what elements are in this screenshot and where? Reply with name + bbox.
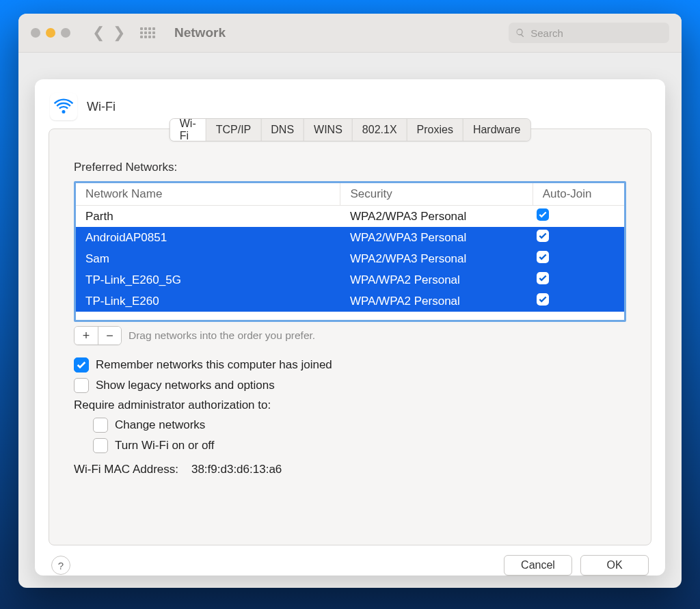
mac-address-row: Wi-Fi MAC Address: 38:f9:d3:d6:13:a6 [74, 463, 626, 476]
tab-hardware[interactable]: Hardware [463, 119, 530, 141]
preferred-networks-label: Preferred Networks: [74, 161, 626, 174]
add-network-button[interactable]: + [75, 327, 98, 344]
sheet-footer: ? Cancel OK [35, 545, 665, 576]
tab-dns[interactable]: DNS [261, 119, 304, 141]
network-security-cell: WPA/WPA2 Personal [340, 290, 533, 312]
search-box[interactable] [509, 23, 669, 43]
network-name-cell: Parth [76, 206, 340, 228]
drag-order-hint: Drag networks into the order you prefer. [129, 329, 315, 342]
traffic-lights [31, 28, 70, 38]
cancel-button[interactable]: Cancel [504, 555, 572, 576]
network-row[interactable]: TP-Link_E260_5GWPA/WPA2 Personal [76, 269, 624, 290]
network-name-cell: TP-Link_E260_5G [76, 269, 340, 290]
table-footer: + − Drag networks into the order you pre… [74, 326, 626, 345]
network-autojoin-cell[interactable] [533, 206, 624, 228]
search-input[interactable] [529, 27, 662, 40]
network-name-cell: TP-Link_E260 [76, 290, 340, 312]
col-auto-join[interactable]: Auto-Join [533, 183, 624, 206]
col-network-name[interactable]: Network Name [76, 183, 340, 206]
change-networks-option[interactable]: Change networks [93, 418, 626, 433]
mac-address-value: 38:f9:d3:d6:13:a6 [191, 463, 282, 476]
network-row[interactable]: ParthWPA2/WPA3 Personal [76, 206, 624, 228]
network-autojoin-cell[interactable] [533, 227, 624, 248]
show-legacy-checkbox[interactable] [74, 378, 89, 393]
autojoin-checkbox[interactable] [537, 230, 549, 242]
autojoin-checkbox[interactable] [537, 272, 549, 284]
help-button[interactable]: ? [51, 556, 70, 575]
tab-wifi[interactable]: Wi-Fi [170, 119, 206, 141]
show-legacy-option[interactable]: Show legacy networks and options [74, 378, 626, 393]
autojoin-checkbox[interactable] [537, 208, 549, 221]
autojoin-checkbox[interactable] [537, 251, 549, 263]
tab-8021x[interactable]: 802.1X [353, 119, 407, 141]
ok-button[interactable]: OK [580, 555, 649, 576]
require-admin-label: Require administrator authorization to: [74, 398, 626, 412]
change-networks-label: Change networks [115, 418, 205, 432]
window-title: Network [174, 25, 226, 40]
close-window-button[interactable] [31, 28, 40, 38]
network-autojoin-cell[interactable] [533, 248, 624, 269]
turn-wifi-checkbox[interactable] [93, 438, 108, 453]
turn-wifi-label: Turn Wi-Fi on or off [115, 439, 214, 452]
network-row[interactable]: AndroidAP0851WPA2/WPA3 Personal [76, 227, 624, 248]
turn-wifi-option[interactable]: Turn Wi-Fi on or off [93, 438, 626, 453]
network-table[interactable]: Network Name Security Auto-Join ParthWPA… [74, 181, 626, 322]
mac-address-label: Wi-Fi MAC Address: [74, 463, 178, 476]
network-security-cell: WPA/WPA2 Personal [340, 269, 533, 290]
wifi-icon [50, 93, 77, 120]
col-security[interactable]: Security [340, 183, 533, 206]
change-networks-checkbox[interactable] [93, 418, 108, 433]
network-autojoin-cell[interactable] [533, 290, 624, 312]
network-row[interactable]: TP-Link_E260WPA/WPA2 Personal [76, 290, 624, 312]
remove-network-button[interactable]: − [98, 327, 121, 344]
zoom-window-button[interactable] [61, 28, 70, 38]
tab-wins[interactable]: WINS [304, 119, 353, 141]
network-row[interactable]: SamWPA2/WPA3 Personal [76, 248, 624, 269]
tab-proxies[interactable]: Proxies [407, 119, 463, 141]
search-icon [515, 27, 525, 38]
forward-button[interactable]: ❯ [113, 24, 125, 42]
network-security-cell: WPA2/WPA3 Personal [340, 206, 533, 228]
minimize-window-button[interactable] [46, 28, 55, 38]
titlebar: ❮ ❯ Network [18, 14, 682, 53]
tabbar: Wi-FiTCP/IPDNSWINS802.1XProxiesHardware [170, 118, 531, 141]
show-all-prefs-icon[interactable] [140, 27, 155, 38]
settings-inset: Wi-FiTCP/IPDNSWINS802.1XProxiesHardware … [49, 128, 651, 545]
wifi-sheet: Wi-Fi Wi-FiTCP/IPDNSWINS802.1XProxiesHar… [35, 79, 665, 576]
sheet-title: Wi-Fi [87, 100, 116, 114]
network-autojoin-cell[interactable] [533, 269, 624, 290]
system-preferences-window: ❮ ❯ Network Wi-Fi Wi-FiTCP/IPDNSWINS802.… [18, 14, 682, 588]
network-security-cell: WPA2/WPA3 Personal [340, 227, 533, 248]
remember-networks-option[interactable]: Remember networks this computer has join… [74, 357, 626, 373]
options-section: Remember networks this computer has join… [49, 345, 651, 476]
show-legacy-label: Show legacy networks and options [96, 379, 275, 392]
tab-tcpip[interactable]: TCP/IP [206, 119, 262, 141]
autojoin-checkbox[interactable] [537, 293, 549, 306]
nav-arrows: ❮ ❯ [92, 24, 125, 42]
network-name-cell: Sam [76, 248, 340, 269]
back-button[interactable]: ❮ [92, 24, 105, 42]
network-name-cell: AndroidAP0851 [76, 227, 340, 248]
preferred-networks-section: Preferred Networks: Network Name Securit… [49, 133, 651, 345]
remember-networks-checkbox[interactable] [74, 357, 89, 373]
remember-networks-label: Remember networks this computer has join… [96, 358, 332, 372]
network-security-cell: WPA2/WPA3 Personal [340, 248, 533, 269]
add-remove-segment: + − [74, 326, 122, 345]
